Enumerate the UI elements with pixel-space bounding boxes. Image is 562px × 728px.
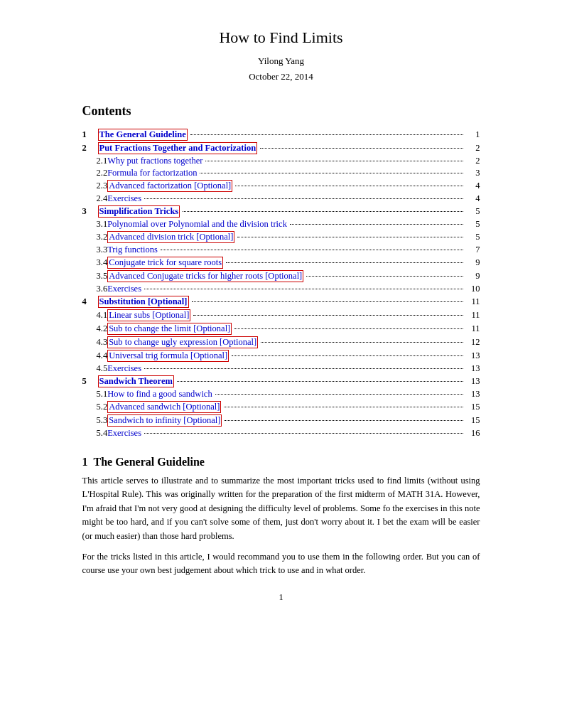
toc-section-1: 1The General Guideline1: [82, 129, 480, 141]
toc-sub-num-3-1: 3.1: [82, 219, 108, 230]
toc-link-2[interactable]: Put Fractions Together and Factorization: [98, 142, 258, 154]
section1-heading: 1The General Guideline This article serv…: [82, 456, 480, 578]
toc-sub-num-3-6: 3.6: [82, 284, 108, 294]
toc-sub-page-5-1: 13: [466, 389, 480, 400]
toc-sub-link-5-4[interactable]: Exercises: [107, 428, 141, 439]
toc-sub-dots-3-3: [161, 250, 463, 250]
toc-sub-page-2-4: 4: [466, 193, 480, 204]
title-section: How to Find Limits Yilong Yang October 2…: [82, 28, 480, 82]
toc-sub-num-4-2: 4.2: [82, 323, 108, 334]
toc-sub-page-4-1: 11: [466, 310, 480, 321]
toc-dots-1: [190, 134, 463, 135]
toc-sub-link-4-2[interactable]: Sub to change the limit [Optional]: [107, 323, 232, 335]
toc-num-5: 5: [82, 376, 98, 387]
toc-sub-num-5-4: 5.4: [82, 428, 108, 439]
toc-sub-link-3-6[interactable]: Exercises: [107, 284, 141, 294]
toc-sub-page-4-2: 11: [466, 323, 480, 334]
toc-dots-5: [177, 381, 463, 382]
contents-section: Contents 1The General Guideline12Put Fra…: [82, 104, 480, 439]
toc-sub-dots-3-2: [237, 237, 463, 237]
toc-link-3[interactable]: Simplification Tricks: [98, 205, 180, 218]
toc-section-2: 2Put Fractions Together and Factorizatio…: [82, 142, 480, 154]
toc-sub-page-4-4: 13: [466, 350, 480, 361]
toc-sub-dots-2-2: [200, 173, 463, 173]
toc-sub-link-4-1[interactable]: Linear subs [Optional]: [107, 309, 190, 321]
toc-sub-page-5-2: 15: [466, 402, 480, 412]
toc-link-4[interactable]: Substitution [Optional]: [98, 296, 189, 308]
toc-sub-link-3-4[interactable]: Conjugate trick for square roots: [107, 257, 223, 269]
toc-sub-page-3-5: 9: [466, 271, 480, 282]
toc-sub-link-3-3[interactable]: Trig functions: [107, 245, 158, 255]
toc-sub-dots-4-1: [193, 315, 463, 316]
toc-sub-num-5-3: 5.3: [82, 415, 108, 426]
toc-section-3: 3Simplification Tricks5: [82, 205, 480, 218]
toc-sub-link-4-3[interactable]: Sub to change ugly expression [Optional]: [107, 336, 258, 348]
toc-num-4: 4: [82, 296, 98, 307]
toc-sub-link-5-3[interactable]: Sandwich to infinity [Optional]: [107, 414, 222, 427]
toc-num-1: 1: [82, 129, 98, 140]
toc-sub-link-5-1[interactable]: How to find a good sandwich: [107, 389, 212, 400]
page: How to Find Limits Yilong Yang October 2…: [40, 28, 523, 603]
toc-sub-4-5: 4.5Exercises13: [82, 363, 480, 374]
toc-sub-link-2-2[interactable]: Formula for factorization: [107, 168, 197, 178]
toc-sub-dots-3-4: [226, 262, 463, 263]
toc-sub-num-2-2: 2.2: [82, 168, 108, 178]
toc-page-4: 11: [466, 296, 480, 307]
toc-sub-3-4: 3.4Conjugate trick for square roots9: [82, 257, 480, 269]
toc-sub-link-3-5[interactable]: Advanced Conjugate tricks for higher roo…: [107, 270, 303, 282]
section1-para1: This article serves to illustrate and to…: [82, 474, 480, 543]
toc-container: 1The General Guideline12Put Fractions To…: [82, 129, 480, 439]
toc-sub-4-4: 4.4Universal trig formula [Optional]13: [82, 350, 480, 362]
toc-sub-dots-5-1: [215, 394, 463, 395]
toc-sub-page-3-1: 5: [466, 219, 480, 230]
toc-sub-link-4-5[interactable]: Exercises: [107, 363, 141, 374]
toc-sub-num-5-1: 5.1: [82, 389, 108, 400]
toc-num-3: 3: [82, 206, 98, 217]
toc-sub-page-3-3: 7: [466, 245, 480, 255]
toc-link-5[interactable]: Sandwich Theorem: [98, 375, 174, 387]
toc-sub-5-3: 5.3Sandwich to infinity [Optional]15: [82, 414, 480, 427]
toc-page-3: 5: [466, 206, 480, 217]
toc-sub-4-3: 4.3Sub to change ugly expression [Option…: [82, 336, 480, 348]
toc-sub-num-2-3: 2.3: [82, 181, 108, 191]
toc-sub-3-3: 3.3Trig functions7: [82, 245, 480, 255]
toc-sub-dots-4-4: [232, 355, 463, 356]
toc-dots-3: [183, 211, 463, 212]
toc-sub-page-4-5: 13: [466, 363, 480, 374]
toc-sub-2-3: 2.3Advanced factorization [Optional]4: [82, 180, 480, 192]
section1-para2: For the tricks listed in this article, I…: [82, 550, 480, 578]
toc-sub-num-2-4: 2.4: [82, 193, 108, 204]
toc-sub-dots-5-4: [144, 433, 463, 434]
toc-sub-page-3-6: 10: [466, 284, 480, 294]
toc-sub-link-4-4[interactable]: Universal trig formula [Optional]: [107, 350, 229, 362]
toc-sub-3-2: 3.2Advanced division trick [Optional]5: [82, 231, 480, 243]
toc-sub-5-4: 5.4Exercises16: [82, 428, 480, 439]
toc-sub-4-2: 4.2Sub to change the limit [Optional]11: [82, 323, 480, 335]
toc-sub-page-2-3: 4: [466, 181, 480, 191]
toc-sub-link-3-1[interactable]: Polynomial over Polynomial and the divis…: [107, 219, 287, 230]
toc-sub-page-5-4: 16: [466, 428, 480, 439]
toc-sub-3-6: 3.6Exercises10: [82, 284, 480, 294]
toc-link-1[interactable]: The General Guideline: [98, 129, 188, 141]
toc-sub-num-3-2: 3.2: [82, 232, 108, 242]
toc-sub-dots-4-5: [144, 368, 463, 369]
toc-sub-dots-5-3: [225, 420, 463, 421]
toc-sub-link-2-1[interactable]: Why put fractions together: [107, 156, 202, 166]
toc-sub-link-2-3[interactable]: Advanced factorization [Optional]: [107, 180, 232, 192]
toc-sub-dots-2-3: [235, 186, 463, 186]
toc-sub-num-5-2: 5.2: [82, 402, 108, 412]
toc-sub-dots-5-2: [224, 407, 463, 407]
contents-heading: Contents: [82, 104, 480, 119]
toc-sub-link-5-2[interactable]: Advanced sandwich [Optional]: [107, 401, 221, 413]
toc-sub-dots-3-5: [306, 276, 463, 277]
toc-sub-2-1: 2.1Why put fractions together2: [82, 156, 480, 166]
toc-sub-num-3-3: 3.3: [82, 245, 108, 255]
toc-sub-link-3-2[interactable]: Advanced division trick [Optional]: [107, 231, 234, 243]
toc-page-2: 2: [466, 143, 480, 154]
toc-dots-4: [192, 301, 463, 302]
toc-sub-num-4-5: 4.5: [82, 363, 108, 374]
toc-sub-5-1: 5.1How to find a good sandwich13: [82, 389, 480, 400]
toc-sub-page-3-4: 9: [466, 257, 480, 268]
toc-sub-link-2-4[interactable]: Exercises: [107, 193, 141, 204]
toc-page-1: 1: [466, 129, 480, 140]
